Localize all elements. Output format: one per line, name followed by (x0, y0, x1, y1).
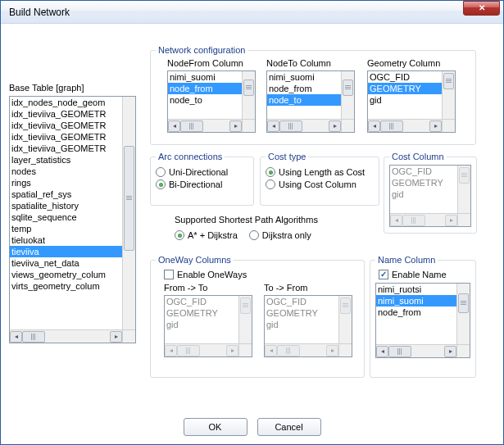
cost-type-group: Cost type Using Length as Cost Using Cos… (260, 152, 379, 206)
window: Build Network ✕ Base Table [graph] idx_n… (0, 0, 504, 445)
list-item[interactable]: nodes (10, 166, 122, 177)
scrollbar-horizontal[interactable]: ◂▸ (376, 344, 456, 357)
list-item[interactable]: node_from (376, 307, 456, 318)
node-to-listbox[interactable]: nimi_suominode_fromnode_to ◂▸ (266, 70, 355, 133)
arc-legend: Arc connections (156, 152, 225, 161)
list-item[interactable]: gid (265, 319, 338, 330)
list-item[interactable]: idx_tieviiva_GEOMETR (10, 120, 122, 131)
close-icon: ✕ (479, 3, 485, 12)
list-item[interactable]: idx_nodes_node_geom (10, 97, 122, 108)
scrollbar-vertical[interactable] (456, 284, 470, 344)
list-item[interactable]: nimi_ruotsi (376, 284, 456, 295)
base-table-label: Base Table [graph] (9, 83, 136, 93)
arc-connections-group: Arc connections Uni-Directional Bi-Direc… (150, 152, 254, 206)
list-item[interactable]: tieviiva_net_data (10, 257, 122, 269)
astar-radio[interactable]: A* + Dijkstra (175, 230, 238, 240)
to-from-label: To -> From (264, 283, 352, 293)
scrollbar-horizontal[interactable]: ◂▸ (368, 119, 442, 132)
list-item[interactable]: node_from (267, 83, 341, 94)
list-item[interactable]: GEOMETRY (165, 307, 238, 319)
list-item[interactable]: nimi_suomi (267, 71, 341, 83)
scrollbar-vertical[interactable] (242, 71, 255, 119)
from-to-listbox: OGC_FIDGEOMETRYgid ◂▸ (164, 295, 252, 357)
window-title: Build Network (9, 7, 463, 18)
list-item[interactable]: tieviiva (10, 246, 122, 257)
list-item[interactable]: gid (368, 94, 442, 106)
cost-column-listbox: OGC_FIDGEOMETRYgid ◂▸ (389, 165, 471, 227)
name-column-legend: Name Column (375, 255, 438, 265)
list-item[interactable]: OGC_FID (165, 296, 238, 307)
oneway-group: OneWay Columns Enable OneWays From -> To… (150, 255, 365, 378)
list-item[interactable]: gid (165, 319, 238, 330)
list-item[interactable]: idx_tieviiva_GEOMETR (10, 108, 122, 120)
oneway-legend: OneWay Columns (156, 255, 234, 265)
list-item[interactable]: nimi_suomi (168, 71, 242, 83)
list-item[interactable]: GEOMETRY (265, 307, 338, 319)
scrollbar-horizontal: ◂▸ (390, 213, 457, 226)
list-item[interactable]: views_geometry_colum (10, 269, 122, 280)
ok-button[interactable]: OK (184, 418, 247, 436)
list-item[interactable]: spatial_ref_sys (10, 188, 122, 200)
list-item[interactable]: node_to (168, 94, 242, 106)
bi-directional-radio[interactable]: Bi-Directional (156, 179, 248, 189)
cost-length-radio[interactable]: Using Length as Cost (266, 167, 374, 177)
cost-column-radio[interactable]: Using Cost Column (266, 179, 374, 189)
cancel-button[interactable]: Cancel (257, 418, 321, 436)
list-item[interactable]: sqlite_sequence (10, 211, 122, 223)
list-item[interactable]: temp (10, 223, 122, 234)
name-column-group: Name Column ✓Enable Name nimi_ruotsinimi… (370, 255, 476, 378)
node-from-label: NodeFrom Column (167, 58, 256, 68)
list-item[interactable]: idx_tieviiva_GEOMETR (10, 143, 122, 154)
uni-directional-radio[interactable]: Uni-Directional (156, 167, 248, 177)
list-item[interactable]: spatialite_history (10, 200, 122, 211)
list-item[interactable]: GEOMETRY (390, 177, 457, 188)
list-item[interactable]: OGC_FID (265, 296, 338, 307)
chevron-right-icon[interactable]: ▸ (110, 331, 122, 343)
geometry-listbox[interactable]: OGC_FIDGEOMETRYgid ◂▸ (367, 70, 456, 133)
scrollbar-vertical (457, 166, 470, 213)
scrollbar-vertical[interactable] (341, 71, 354, 119)
scrollbar-vertical[interactable] (122, 97, 135, 329)
cost-type-legend: Cost type (266, 152, 308, 161)
to-from-listbox: OGC_FIDGEOMETRYgid ◂▸ (264, 295, 352, 357)
list-item[interactable]: node_to (267, 94, 341, 106)
list-item[interactable]: tieluokat (10, 234, 122, 246)
cost-column-legend: Cost Column (389, 152, 447, 161)
name-column-listbox[interactable]: nimi_ruotsinimi_suominode_from ◂▸ (375, 283, 470, 358)
list-item[interactable]: layer_statistics (10, 154, 122, 166)
list-item[interactable]: OGC_FID (368, 71, 442, 83)
titlebar: Build Network ✕ (1, 1, 503, 24)
close-button[interactable]: ✕ (463, 1, 500, 16)
list-item[interactable]: rings (10, 177, 122, 188)
from-to-label: From -> To (164, 283, 252, 293)
chevron-left-icon[interactable]: ◂ (10, 331, 22, 343)
geometry-label: Geometry Column (367, 58, 456, 68)
list-item[interactable]: nimi_suomi (376, 295, 456, 307)
scrollbar-horizontal[interactable]: ◂▸ (168, 119, 242, 132)
enable-name-checkbox[interactable]: ✓Enable Name (379, 270, 470, 279)
scrollbar-vertical[interactable] (442, 71, 455, 119)
list-item[interactable]: gid (390, 188, 457, 200)
list-item[interactable]: node_from (168, 83, 242, 94)
base-table-listbox[interactable]: idx_nodes_node_geomidx_tieviiva_GEOMETRi… (9, 96, 136, 343)
node-to-label: NodeTo Column (266, 58, 355, 68)
network-config-group: Network configuration NodeFrom Column ni… (150, 45, 476, 145)
list-item[interactable]: virts_geometry_colum (10, 280, 122, 292)
algorithms-label: Supported Shortest Path Algorithms (175, 215, 318, 225)
list-item[interactable]: GEOMETRY (368, 83, 442, 94)
list-item[interactable]: OGC_FID (390, 166, 457, 177)
enable-oneways-checkbox[interactable]: Enable OneWays (164, 270, 359, 279)
network-config-legend: Network configuration (156, 45, 247, 55)
node-from-listbox[interactable]: nimi_suominode_fromnode_to ◂▸ (167, 70, 256, 133)
scrollbar-horizontal[interactable]: ◂ ▸ (10, 329, 122, 343)
list-item[interactable]: idx_tieviiva_GEOMETR (10, 131, 122, 143)
cost-column-group: Cost Column OGC_FIDGEOMETRYgid ◂▸ (384, 152, 477, 234)
scrollbar-horizontal[interactable]: ◂▸ (267, 119, 341, 132)
dijkstra-radio[interactable]: Dijkstra only (249, 230, 311, 240)
